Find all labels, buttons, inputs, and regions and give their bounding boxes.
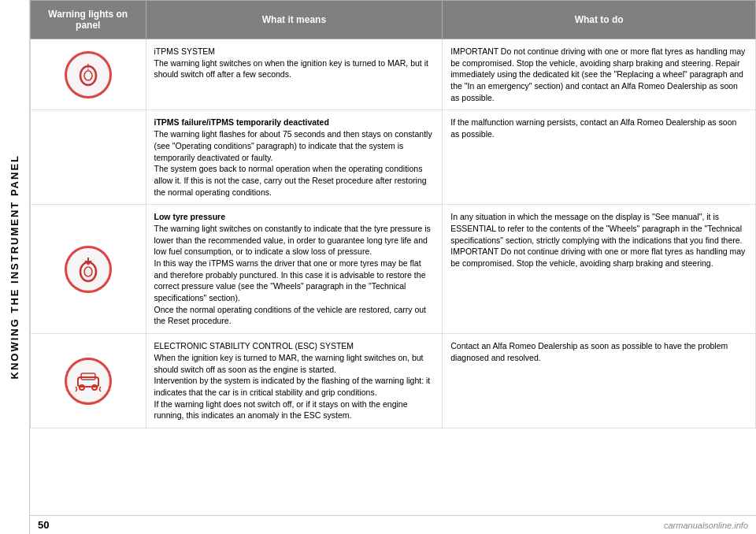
- tpms2-svg: [73, 254, 103, 284]
- page-number: 50: [38, 519, 49, 531]
- svg-point-4: [84, 267, 92, 276]
- means-cell: iTPMS SYSTEMThe warning light switches o…: [146, 39, 443, 110]
- icon-cell-empty: [31, 110, 146, 205]
- means-cell: ELECTRONIC STABILITY CONTROL (ESC) SYSTE…: [146, 334, 443, 428]
- tpms-warning-icon: !: [65, 51, 112, 98]
- means-text: iTPMS SYSTEMThe warning light switches o…: [154, 46, 428, 79]
- tpms-svg: !: [73, 58, 103, 88]
- means-body: The warning light switches on constantly…: [154, 224, 431, 326]
- tpms2-warning-icon: [65, 246, 112, 293]
- table-row: iTPMS failure/iTPMS temporarily deactiva…: [31, 110, 756, 205]
- means-cell: iTPMS failure/iTPMS temporarily deactiva…: [146, 110, 443, 205]
- icon-cell: [31, 205, 146, 334]
- todo-text: IMPORTANT Do not continue driving with o…: [450, 46, 745, 102]
- means-body: ELECTRONIC STABILITY CONTROL (ESC) SYSTE…: [154, 341, 431, 420]
- tpms-icon: !: [73, 58, 103, 91]
- main-content: Warning lights on panel What it means Wh…: [30, 0, 756, 534]
- header-col2: What it means: [146, 1, 443, 39]
- header-col3: What to do: [443, 1, 756, 39]
- watermark: carmanualsonline.info: [664, 521, 748, 530]
- table-container: Warning lights on panel What it means Wh…: [30, 0, 756, 515]
- info-table: Warning lights on panel What it means Wh…: [30, 0, 756, 428]
- table-row: ! iTPMS SYSTEMThe warning light switches…: [31, 39, 756, 110]
- means-title: Low tyre pressure: [154, 212, 225, 221]
- esc-warning-icon: [65, 358, 112, 405]
- means-body: The warning light flashes for about 75 s…: [154, 129, 432, 196]
- means-title: iTPMS failure/iTPMS temporarily deactiva…: [154, 117, 329, 127]
- footer: 50 carmanualsonline.info: [30, 515, 756, 534]
- todo-text: Contact an Alfa Romeo Dealership as soon…: [450, 341, 728, 362]
- todo-text: In any situation in which the message on…: [450, 212, 745, 268]
- sidebar-label: KNOWING THE INSTRUMENT PANEL: [9, 154, 20, 379]
- todo-cell: IMPORTANT Do not continue driving with o…: [443, 39, 756, 110]
- todo-text: If the malfunction warning persists, con…: [450, 117, 736, 139]
- todo-cell: If the malfunction warning persists, con…: [443, 110, 756, 205]
- icon-cell: [31, 334, 146, 428]
- header-col1: Warning lights on panel: [31, 1, 146, 39]
- sidebar: KNOWING THE INSTRUMENT PANEL: [0, 0, 30, 534]
- svg-text:!: !: [87, 63, 89, 72]
- table-header-row: Warning lights on panel What it means Wh…: [31, 1, 756, 39]
- todo-cell: In any situation in which the message on…: [443, 205, 756, 334]
- means-cell: Low tyre pressure The warning light swit…: [146, 205, 443, 334]
- icon-cell: !: [31, 39, 146, 110]
- table-row: ELECTRONIC STABILITY CONTROL (ESC) SYSTE…: [31, 334, 756, 428]
- svg-point-1: [84, 71, 92, 80]
- table-row: Low tyre pressure The warning light swit…: [31, 205, 756, 334]
- esc-svg: [72, 365, 105, 398]
- todo-cell: Contact an Alfa Romeo Dealership as soon…: [443, 334, 756, 428]
